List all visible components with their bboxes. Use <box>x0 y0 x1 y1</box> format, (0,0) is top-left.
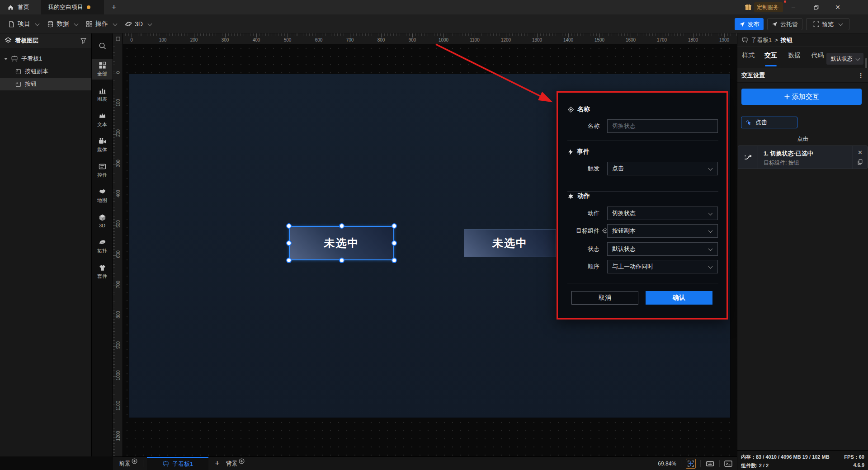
interaction-card-title: 1. 切换状态-已选中 <box>764 150 848 158</box>
ruler-label: 200 <box>116 126 121 141</box>
canvas-button-selected[interactable]: 未选中 <box>289 226 394 260</box>
event-badge-click[interactable]: 点击 <box>741 117 797 128</box>
name-input[interactable]: 切换状态 <box>607 119 718 133</box>
order-select[interactable]: 与上一动作同时 <box>607 260 718 273</box>
delete-interaction-icon[interactable]: ✕ <box>858 150 863 155</box>
component-tool-strip: 全部 图表 文本 媒体 控件 地图 3D 拓扑 套件 <box>92 33 113 456</box>
strip-item-chart[interactable]: 图表 <box>92 84 113 105</box>
strip-item-map[interactable]: 地图 <box>92 185 113 206</box>
canvas-area: 0100200300400500600700800900100011001200… <box>113 33 737 470</box>
tab-code[interactable]: 代码 <box>811 52 824 63</box>
tab-interaction[interactable]: 交互 <box>764 52 777 63</box>
resize-handle-nw[interactable] <box>287 224 291 228</box>
divider <box>700 460 701 467</box>
canvas-button-label: 未选中 <box>324 236 359 250</box>
breadcrumb-parent[interactable]: 子看板1 <box>751 36 772 44</box>
window-close-button[interactable]: ✕ <box>830 0 845 14</box>
resize-handle-w[interactable] <box>287 241 291 245</box>
resize-handle-ne[interactable] <box>392 224 396 228</box>
state-field-label: 状态 <box>567 242 599 256</box>
tab-style[interactable]: 样式 <box>742 52 755 63</box>
add-interaction-button[interactable]: 添加交互 <box>741 89 862 105</box>
fit-screen-icon <box>687 460 694 467</box>
project-tab-label: 我的空白项目 <box>48 3 83 11</box>
console-icon[interactable] <box>724 460 732 468</box>
strip-item-label: 地图 <box>97 197 107 204</box>
cloud-host-button[interactable]: 云托管 <box>767 18 802 30</box>
menu-operate[interactable]: 操作 <box>86 14 117 33</box>
action-select[interactable]: 切换状态 <box>607 207 718 220</box>
strip-item-media[interactable]: 媒体 <box>92 135 113 155</box>
state-select[interactable]: 默认状态 <box>826 53 863 65</box>
fps-stat: FPS：60 <box>844 454 864 461</box>
home-tab-label: 首页 <box>18 3 29 11</box>
chevron-down-icon <box>708 264 713 268</box>
add-foreground-icon[interactable] <box>132 458 137 464</box>
crown-icon <box>99 112 106 120</box>
state-select[interactable]: 默认状态 <box>607 242 718 256</box>
strip-item-label: 套件 <box>97 273 107 280</box>
canvas-button-copy[interactable]: 未选中 <box>464 229 556 257</box>
foreground-tab[interactable]: 前景 <box>119 460 131 468</box>
strip-item-all[interactable]: 全部 <box>92 59 113 80</box>
kebab-menu-icon[interactable]: ⋮ <box>858 72 864 79</box>
canvas-viewport[interactable]: 未选中 未选中 名称 名称 切换状态 事件 触发 <box>123 44 737 456</box>
preview-button[interactable]: 预览 <box>806 18 849 30</box>
add-board-button[interactable]: + <box>215 459 220 468</box>
strip-item-kit[interactable]: 套件 <box>92 261 113 282</box>
resize-handle-s[interactable] <box>340 258 344 262</box>
tab-data[interactable]: 数据 <box>788 52 801 63</box>
add-background-icon[interactable] <box>239 458 245 464</box>
tab-home[interactable]: 首页 <box>0 0 41 14</box>
resize-handle-sw[interactable] <box>287 258 291 262</box>
board-tab-active[interactable]: 子看板1 <box>147 457 208 470</box>
copy-icon[interactable] <box>857 159 863 165</box>
preview-label: 预览 <box>822 20 834 28</box>
window-minimize-button[interactable]: – <box>786 0 801 14</box>
target-component-select[interactable]: 按钮副本 <box>607 224 718 238</box>
strip-item-widget[interactable]: 控件 <box>92 160 113 181</box>
layers-panel-title: 看板图层 <box>15 37 77 45</box>
custom-service-badge[interactable]: 定制服务 <box>754 2 783 12</box>
menu-3d-label: 3D <box>135 20 143 28</box>
dialog-section-action: 动作 <box>567 192 590 200</box>
file-icon <box>8 21 15 28</box>
window-restore-button[interactable] <box>808 0 824 14</box>
menu-project[interactable]: 项目 <box>8 14 39 33</box>
tree-item-button-copy[interactable]: 按钮副本 <box>0 65 91 78</box>
cancel-button[interactable]: 取消 <box>571 291 638 305</box>
strip-item-3d[interactable]: 3D <box>92 211 113 231</box>
confirm-button[interactable]: 确认 <box>646 291 712 305</box>
resize-handle-n[interactable] <box>340 224 344 228</box>
board-icon <box>741 37 748 43</box>
topology-icon <box>99 239 106 246</box>
trigger-select[interactable]: 点击 <box>607 162 718 175</box>
filter-icon[interactable] <box>80 38 87 44</box>
zoom-level[interactable]: 69.84% <box>658 461 676 467</box>
publish-button[interactable]: 发布 <box>735 18 764 30</box>
menu-3d[interactable]: 3D <box>125 14 151 33</box>
divider <box>719 460 720 467</box>
keyboard-shortcuts-icon[interactable] <box>705 460 715 468</box>
ruler-label: 1600 <box>626 38 636 42</box>
resize-handle-se[interactable] <box>392 258 396 262</box>
strip-item-text[interactable]: 文本 <box>92 109 113 130</box>
interaction-card[interactable]: 1. 切换状态-已选中 目标组件: 按钮 ✕ <box>738 146 868 169</box>
resize-handle-e[interactable] <box>392 241 396 245</box>
tree-item-board[interactable]: 子看板1 <box>0 52 91 65</box>
background-tab[interactable]: 背景 <box>226 460 238 468</box>
divider <box>143 460 143 467</box>
menu-operate-label: 操作 <box>95 20 108 28</box>
strip-item-topology[interactable]: 拓扑 <box>92 236 113 257</box>
search-button[interactable] <box>92 38 113 53</box>
menu-data[interactable]: 数据 <box>47 14 78 33</box>
event-group-divider: 点击 <box>737 135 868 143</box>
fit-screen-button[interactable] <box>686 459 696 469</box>
new-tab-button[interactable]: + <box>107 0 121 14</box>
tab-project[interactable]: 我的空白项目 <box>41 0 104 14</box>
caret-down-icon[interactable] <box>4 58 8 60</box>
component-icon <box>15 68 22 75</box>
tree-item-label: 子看板1 <box>21 55 42 63</box>
tree-item-button[interactable]: 按钮 <box>0 78 91 90</box>
ruler-corner[interactable] <box>113 33 123 44</box>
